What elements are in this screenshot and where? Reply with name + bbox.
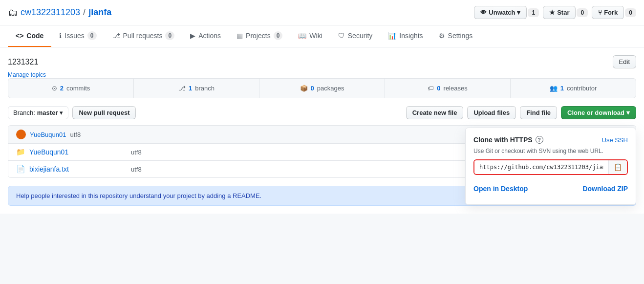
stat-commits: ⊙ 2 commits [8,79,134,98]
main-content: 1231321 Edit Manage topics ⊙ 2 commits ⎇… [0,47,644,214]
clone-url-input[interactable] [474,161,608,174]
commits-icon: ⊙ [52,85,57,92]
projects-icon: ▦ [236,32,243,40]
download-zip-link[interactable]: Download ZIP [582,181,628,197]
stat-contributors: 👥 1 contributor [511,79,636,98]
repo-title: 🗂 cw1322311203 / jianfa [8,7,111,18]
edit-button[interactable]: Edit [613,55,636,68]
commit-author-name[interactable]: YueBuqun01 [30,131,66,138]
clone-description: Use Git or checkout with SVN using the w… [473,148,628,154]
clone-download-label: Clone or download [567,109,624,116]
security-icon: 🛡 [338,32,345,40]
clone-or-download-button[interactable]: Clone or download ▾ [561,106,636,119]
file-toolbar: Branch: master ▾ New pull request Create… [8,106,636,119]
fork-icon: ⑂ [598,9,602,16]
contributors-label: contributor [567,85,597,92]
repo-actions: 👁 Unwatch ▾ 1 ★ Star 0 ⑂ Fork 0 [474,6,636,19]
tab-actions-label: Actions [198,32,221,40]
packages-count[interactable]: 0 [311,85,314,92]
packages-label: packages [317,85,344,92]
tab-issues-label: Issues [64,32,84,40]
tab-projects[interactable]: ▦ Projects 0 [229,25,290,47]
commit-author-avatar [16,130,26,139]
branch-icon: ⎇ [178,85,186,92]
commits-label: commits [66,85,90,92]
tab-settings[interactable]: ⚙ Settings [431,25,481,47]
readme-notice-text: Help people interested in this repositor… [16,192,261,199]
tab-wiki[interactable]: 📖 Wiki [290,25,330,47]
tab-insights[interactable]: 📊 Insights [380,25,430,47]
releases-count[interactable]: 0 [437,85,440,92]
branch-name: master [37,109,58,116]
fork-count[interactable]: 0 [625,8,636,17]
manage-topics-link[interactable]: Manage topics [8,71,46,78]
tab-pull-requests[interactable]: ⎇ Pull requests 0 [105,25,183,47]
watch-button[interactable]: 👁 Unwatch ▾ [474,6,527,19]
tab-code[interactable]: <> Code [8,25,51,47]
tab-projects-label: Projects [246,32,271,40]
tab-security[interactable]: 🛡 Security [330,25,381,47]
file-toolbar-right: Create new file Upload files Find file C… [406,106,636,119]
open-in-desktop-link[interactable]: Open in Desktop [473,181,528,197]
file-toolbar-left: Branch: master ▾ New pull request [8,106,136,119]
stat-branches: ⎇ 1 branch [134,79,259,98]
stat-releases: 🏷 0 releases [385,79,511,98]
repo-owner[interactable]: cw1322311203 [21,7,80,18]
repo-header: 🗂 cw1322311203 / jianfa 👁 Unwatch ▾ 1 ★ … [0,0,644,25]
insights-icon: 📊 [388,32,396,40]
find-file-button[interactable]: Find file [520,106,557,119]
clone-panel-actions: Open in Desktop Download ZIP [473,181,628,197]
tab-actions[interactable]: ▶ Actions [182,25,229,47]
issues-icon: ℹ [59,32,62,40]
watch-label: Unwatch [489,9,515,16]
clone-copy-button[interactable]: 📋 [608,160,627,174]
releases-icon: 🏷 [428,85,434,92]
star-icon: ★ [549,9,555,16]
clone-chevron-icon: ▾ [626,109,630,116]
repo-description: 1231321 [8,58,38,66]
repo-description-row: 1231321 Edit [8,55,636,68]
star-button[interactable]: ★ Star [543,6,576,19]
clone-panel-header: Clone with HTTPS ? Use SSH [473,136,628,144]
file-name-link[interactable]: bixiejianfa.txt [29,165,127,173]
branches-label: branch [195,85,215,92]
star-count[interactable]: 0 [577,8,588,17]
new-pull-request-button[interactable]: New pull request [72,106,136,119]
file-name-link[interactable]: YueBuqun01 [29,148,127,156]
clipboard-icon: 📋 [614,163,622,171]
fork-group: ⑂ Fork 0 [592,6,636,19]
stat-packages: 📦 0 packages [259,79,385,98]
tab-pr-label: Pull requests [123,32,163,40]
fork-button[interactable]: ⑂ Fork [592,6,624,19]
upload-files-button[interactable]: Upload files [467,106,516,119]
actions-icon: ▶ [190,32,195,40]
eye-icon: 👁 [480,9,487,16]
tab-insights-label: Insights [399,32,423,40]
star-label: Star [557,9,569,16]
branches-count[interactable]: 1 [189,85,192,92]
branch-chevron-icon: ▾ [60,109,63,116]
nav-tabs: <> Code ℹ Issues 0 ⎇ Pull requests 0 ▶ A… [0,25,644,47]
pr-icon: ⎇ [112,32,120,40]
commits-count[interactable]: 2 [60,85,64,92]
clone-url-row: 📋 [473,159,628,175]
star-group: ★ Star 0 [543,6,588,19]
use-ssh-link[interactable]: Use SSH [602,136,628,144]
repo-name[interactable]: jianfa [88,7,111,18]
clone-help-icon: ? [536,136,543,144]
tab-wiki-label: Wiki [309,32,322,40]
issues-badge: 0 [87,31,97,40]
tab-code-label: Code [26,32,43,40]
releases-label: releases [444,85,468,92]
repo-icon: 🗂 [8,7,18,18]
watch-count[interactable]: 1 [528,8,539,17]
tab-issues[interactable]: ℹ Issues 0 [51,25,104,47]
contributors-count[interactable]: 1 [560,85,564,92]
watch-chevron-icon: ▾ [517,9,520,16]
branch-selector[interactable]: Branch: master ▾ [8,106,68,119]
create-new-file-button[interactable]: Create new file [406,106,464,119]
code-icon: <> [16,32,23,40]
packages-icon: 📦 [300,85,308,92]
tab-settings-label: Settings [448,32,473,40]
branch-label: Branch: [13,109,35,116]
